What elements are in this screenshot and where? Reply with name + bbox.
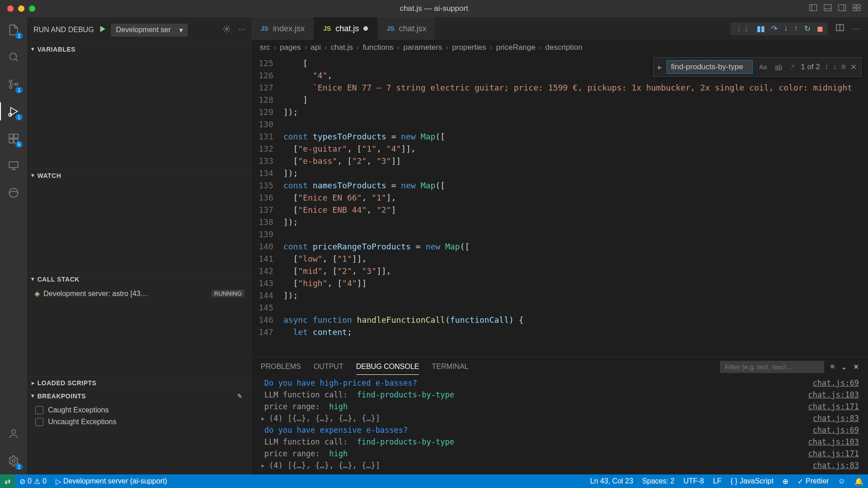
console-source-link[interactable]: chat.js:83 [813,412,859,424]
breadcrumb-item[interactable]: src [260,43,270,52]
breadcrumb-item[interactable]: functions [363,43,394,52]
status-language[interactable]: { } JavaScript [726,477,778,486]
breadcrumb-item[interactable]: chat.js [331,43,353,52]
remote-explorer-icon[interactable] [6,158,21,173]
layout-panel-right-icon[interactable] [838,4,846,14]
layout-panel-left-icon[interactable] [809,4,817,14]
breakpoint-uncaught[interactable]: Uncaught Exceptions [27,416,252,428]
match-case-icon[interactable]: Aa [757,62,768,72]
breadcrumb-item[interactable]: description [545,43,582,52]
status-cursor[interactable]: Ln 43, Col 23 [586,477,638,486]
console-line[interactable]: price range: highchat.js:171 [261,401,859,412]
breadcrumbs[interactable]: src›pages›api›chat.js›functions›paramete… [252,40,868,55]
breadcrumb-item[interactable]: priceRange [496,43,535,52]
code-line[interactable]: 129]); [252,106,868,118]
call-stack-header[interactable]: ▸ CALL STACK [27,273,252,286]
status-prettier[interactable]: ✓ Prettier [793,477,834,486]
checkbox[interactable] [35,406,43,414]
code-line[interactable]: 127 `Enice EN 77 – 7 string electric gui… [252,81,868,94]
drag-handle-icon[interactable]: ⋮⋮ [735,24,750,33]
call-stack-item[interactable]: ◈ Development server: astro [43… RUNNING [27,287,252,300]
console-source-link[interactable]: chat.js:103 [808,389,859,401]
code-line[interactable]: 143 ["high", ["4"]] [252,277,868,289]
code-line[interactable]: 146async function handleFunctionCall(fun… [252,314,868,326]
code-line[interactable]: 133 ["e-bass", ["2", "3"]] [252,155,868,167]
tab-output[interactable]: OUTPUT [314,359,343,374]
console-source-link[interactable]: chat.js:83 [813,459,859,471]
status-live-share-icon[interactable]: ⊕ [778,477,793,486]
tab-problems[interactable]: PROBLEMS [261,359,301,374]
code-line[interactable]: 140const priceRangeToProducts = new Map(… [252,240,868,253]
edit-breakpoints-icon[interactable]: ✎ [237,392,243,400]
status-errors[interactable]: ⊘0 ⚠0 [15,477,51,486]
console-source-link[interactable]: chat.js:69 [813,424,859,436]
editor-tab[interactable]: JSindex.jsx [252,17,314,40]
status-spaces[interactable]: Spaces: 2 [638,477,679,486]
code-line[interactable]: 147 let content; [252,326,868,338]
console-line[interactable]: do you have expensive e-basses?chat.js:6… [261,424,859,436]
tab-debug-console[interactable]: DEBUG CONSOLE [356,359,420,375]
editor-tab[interactable]: JSchat.jsx [377,17,436,40]
code-line[interactable]: 135const namesToProducts = new Map([ [252,179,868,191]
console-source-link[interactable]: chat.js:171 [808,448,859,459]
maximize-window[interactable] [29,5,35,12]
regex-icon[interactable]: .* [788,62,796,72]
pause-icon[interactable]: ▮▮ [757,24,765,33]
find-next-icon[interactable]: ↓ [833,62,837,72]
start-debug-button[interactable] [98,25,106,35]
code-line[interactable]: 139 [252,228,868,240]
collapse-panel-icon[interactable]: ⌄ [841,363,847,371]
step-over-icon[interactable]: ↷ [771,24,777,33]
step-out-icon[interactable]: ↑ [794,24,798,33]
layout-customize-icon[interactable] [853,4,861,14]
status-bell-icon[interactable]: 🔔 [850,477,868,486]
breadcrumb-item[interactable]: properties [452,43,486,52]
find-selection-icon[interactable]: ≡ [841,62,846,72]
breadcrumb-item[interactable]: parameters [403,43,442,52]
restart-icon[interactable]: ↻ [804,24,811,33]
debug-console-output[interactable]: Do you have high-priced e-basses?chat.js… [252,376,868,474]
code-line[interactable]: 131const typesToProducts = new Map([ [252,130,868,143]
split-editor-icon[interactable] [836,24,844,34]
settings-gear-icon[interactable]: 1 [6,454,21,468]
code-line[interactable]: 136 ["Enice EN 66", "1"], [252,191,868,204]
layout-panel-bottom-icon[interactable] [824,4,832,14]
extensions-icon[interactable]: 6 [6,131,21,146]
accounts-icon[interactable] [6,426,21,441]
breakpoints-header[interactable]: ▸ BREAKPOINTS ✎ [27,390,252,402]
find-input[interactable] [667,60,753,74]
code-line[interactable]: 144]); [252,289,868,301]
configure-gear-icon[interactable] [223,25,231,35]
console-source-link[interactable]: chat.js:103 [808,436,859,448]
expand-icon[interactable]: ▸ [261,412,265,424]
code-line[interactable]: 145 [252,301,868,314]
find-prev-icon[interactable]: ↑ [825,62,829,72]
find-close-icon[interactable]: ✕ [850,62,857,72]
console-line[interactable]: price range: highchat.js:171 [261,448,859,459]
code-line[interactable]: 141 ["low", ["1"]], [252,253,868,265]
run-debug-icon[interactable]: 1 [6,104,21,119]
breadcrumb-item[interactable]: api [310,43,321,52]
code-line[interactable]: 132 ["e-guitar", ["1", "4"]], [252,143,868,155]
more-actions-icon[interactable]: ⋯ [238,25,245,35]
clear-console-icon[interactable]: ≡ [830,363,835,371]
console-line[interactable]: ▸(4) [{…}, {…}, {…}, {…}]chat.js:83 [261,459,859,471]
find-expand-icon[interactable]: ▸ [658,62,662,72]
editor-body[interactable]: ▸ Aa ab .* 1 of 2 ↑ ↓ ≡ ✕ 125 [126 "4",1… [252,55,868,357]
console-line[interactable]: LLM function call: find-products-by-type… [261,389,859,401]
code-line[interactable]: 130 [252,118,868,130]
editor-tab[interactable]: JSchat.js [314,17,377,40]
console-source-link[interactable]: chat.js:171 [808,401,859,412]
code-line[interactable]: 128 ] [252,94,868,106]
search-icon[interactable] [6,50,21,64]
console-line[interactable]: Do you have high-priced e-basses?chat.js… [261,377,859,389]
console-filter-input[interactable] [720,361,824,373]
launch-config-dropdown[interactable]: Development ser ▾ [111,24,188,37]
status-eol[interactable]: LF [709,477,726,486]
console-input-prompt[interactable]: › [261,471,859,474]
close-panel-icon[interactable]: ✕ [853,363,859,371]
code-line[interactable]: 134]); [252,167,868,179]
more-editor-actions-icon[interactable]: ⋯ [852,24,860,33]
tab-terminal[interactable]: TERMINAL [432,359,468,374]
watch-header[interactable]: ▸ WATCH [27,169,252,182]
